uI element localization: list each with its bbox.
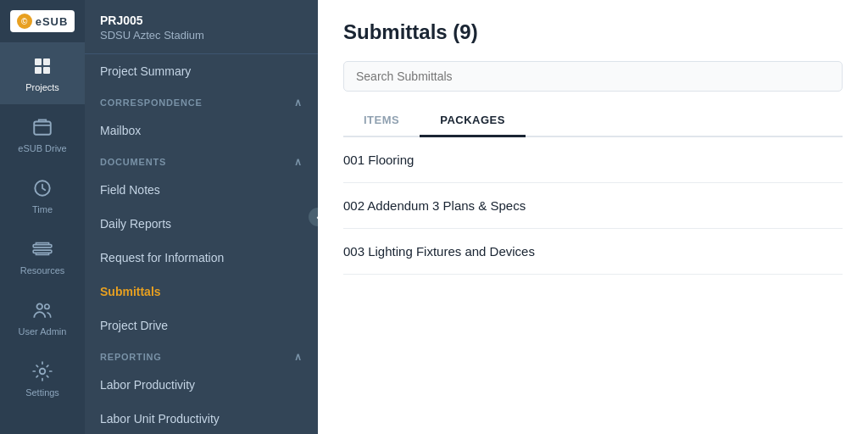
section-correspondence-label: CORRESPONDENCE — [100, 97, 203, 108]
project-name: SDSU Aztec Stadium — [100, 29, 303, 42]
tabs-row: ITEMS PACKAGES — [343, 105, 843, 137]
section-documents: DOCUMENTS ∧ — [85, 147, 318, 173]
sidebar-item-settings[interactable]: Settings — [0, 348, 85, 409]
correspondence-chevron[interactable]: ∧ — [294, 97, 303, 108]
logo-box: © eSUB — [10, 10, 75, 32]
section-correspondence: CORRESPONDENCE ∧ — [85, 88, 318, 114]
svg-point-9 — [45, 304, 49, 309]
sidebar-item-user-admin[interactable]: User Admin — [0, 287, 85, 348]
settings-icon — [31, 360, 53, 382]
svg-rect-1 — [43, 58, 50, 65]
projects-label: Projects — [25, 82, 59, 92]
project-header: PRJ005 SDSU Aztec Stadium — [85, 0, 318, 54]
tab-items[interactable]: ITEMS — [343, 105, 420, 136]
documents-chevron[interactable]: ∧ — [294, 156, 303, 168]
svg-rect-4 — [34, 122, 51, 135]
logo-area: © eSUB — [0, 0, 85, 43]
svg-rect-7 — [33, 250, 52, 253]
section-reporting-label: REPORTING — [100, 352, 162, 362]
time-icon — [31, 177, 53, 199]
svg-rect-2 — [35, 67, 42, 74]
nav-item-daily-reports[interactable]: Daily Reports — [85, 207, 318, 241]
svg-point-10 — [40, 369, 46, 375]
list-item[interactable]: 002 Addendum 3 Plans & Specs — [343, 183, 843, 229]
submittals-list: 001 Flooring 002 Addendum 3 Plans & Spec… — [343, 137, 843, 275]
esub-drive-label: eSUB Drive — [18, 143, 66, 153]
settings-label: Settings — [25, 387, 59, 398]
svg-rect-3 — [43, 67, 50, 74]
time-label: Time — [32, 204, 53, 214]
section-documents-label: DOCUMENTS — [100, 157, 166, 167]
resources-label: Resources — [20, 265, 65, 275]
svg-point-8 — [37, 303, 43, 309]
sidebar-item-esub-drive[interactable]: eSUB Drive — [0, 104, 85, 165]
project-id: PRJ005 — [100, 14, 303, 27]
sidebar-item-time[interactable]: Time — [0, 165, 85, 226]
section-reporting: REPORTING ∧ — [85, 342, 318, 368]
user-admin-icon — [31, 299, 53, 321]
resources-icon — [31, 238, 53, 260]
nav-item-rfi[interactable]: Request for Information — [85, 241, 318, 275]
search-input[interactable] — [343, 61, 843, 92]
nav-item-submittals[interactable]: Submittals — [85, 275, 318, 309]
nav-panel: ‹ PRJ005 SDSU Aztec Stadium Project Summ… — [85, 0, 318, 434]
nav-item-labor-unit-productivity[interactable]: Labor Unit Productivity — [85, 402, 318, 434]
reporting-chevron[interactable]: ∧ — [294, 351, 303, 363]
nav-item-field-notes[interactable]: Field Notes — [85, 173, 318, 207]
logo-icon: © — [17, 14, 32, 29]
sidebar-item-resources[interactable]: Resources — [0, 226, 85, 287]
nav-item-project-summary[interactable]: Project Summary — [85, 54, 318, 88]
projects-icon — [31, 55, 53, 77]
tab-packages[interactable]: PACKAGES — [420, 105, 526, 137]
list-item[interactable]: 003 Lighting Fixtures and Devices — [343, 229, 843, 275]
esub-drive-icon — [31, 116, 53, 138]
list-item[interactable]: 001 Flooring — [343, 137, 843, 183]
svg-rect-6 — [33, 245, 52, 248]
user-admin-label: User Admin — [19, 326, 67, 337]
nav-item-labor-productivity[interactable]: Labor Productivity — [85, 368, 318, 402]
svg-rect-0 — [35, 58, 42, 65]
icon-sidebar: © eSUB Projects eSUB Drive — [0, 0, 85, 434]
logo-text: eSUB — [36, 15, 69, 28]
page-title: Submittals (9) — [343, 20, 843, 44]
nav-item-project-drive[interactable]: Project Drive — [85, 309, 318, 342]
nav-item-mailbox[interactable]: Mailbox — [85, 114, 318, 147]
main-content: Submittals (9) ITEMS PACKAGES 001 Floori… — [318, 0, 868, 434]
sidebar-item-projects[interactable]: Projects — [0, 43, 85, 104]
